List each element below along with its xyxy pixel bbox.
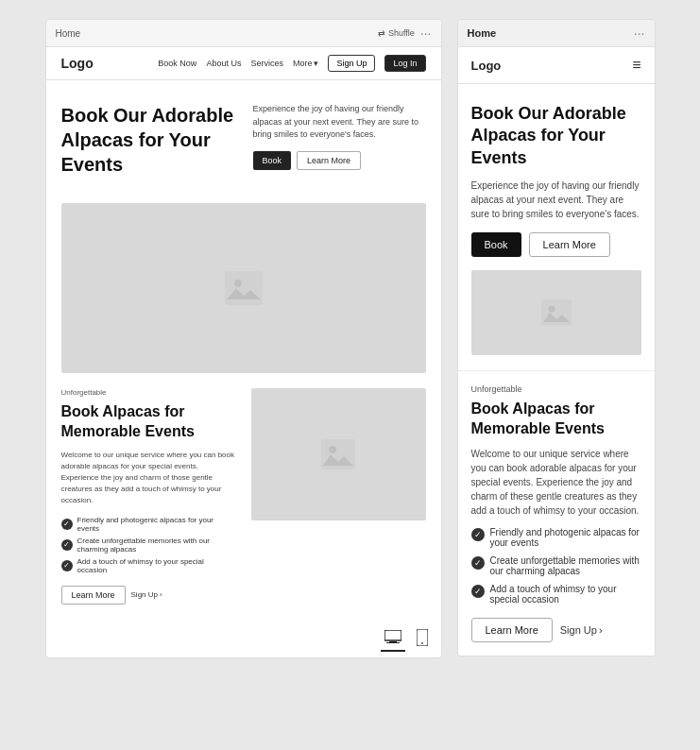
feature-check-icon-1: ✓ bbox=[61, 519, 73, 530]
mobile-feature-check-icon-1: ✓ bbox=[471, 528, 485, 541]
topbar-actions: ⇄ Shuffle ··· bbox=[378, 26, 432, 41]
mobile-learn-button[interactable]: Learn More bbox=[529, 232, 610, 257]
nav-book-now[interactable]: Book Now bbox=[158, 59, 196, 68]
mobile-feature-check-icon-3: ✓ bbox=[471, 585, 485, 598]
topbar-menu-button[interactable]: ··· bbox=[420, 26, 432, 41]
mobile-hero: Book Our Adorable Alpacas for Your Event… bbox=[458, 84, 655, 370]
desktop-feature-item: ✓ Friendly and photogenic alpacas for yo… bbox=[61, 516, 236, 533]
mobile-hero-image bbox=[471, 270, 641, 355]
mobile-feature-item: ✓ Add a touch of whimsy to your special … bbox=[471, 584, 641, 605]
mobile-frame: Home ··· Logo ≡ Book Our Adorable Alpaca… bbox=[457, 19, 656, 656]
desktop-section2-left: Unforgettable Book Alpacas for Memorable… bbox=[61, 388, 236, 605]
mobile-topbar: Home ··· bbox=[458, 20, 655, 47]
desktop-hero-desc: Experience the joy of having our friendl… bbox=[253, 103, 426, 142]
nav-links: Book Now About Us Services More ▾ Sign U… bbox=[158, 55, 425, 72]
desktop-hero-buttons: Book Learn More bbox=[253, 151, 426, 170]
desktop-book-button[interactable]: Book bbox=[253, 151, 292, 170]
desktop-section-signup-link[interactable]: Sign Up › bbox=[131, 590, 162, 599]
mobile-section-title: Book Alpacas for Memorable Events bbox=[471, 400, 641, 439]
svg-rect-6 bbox=[386, 642, 400, 643]
nav-more[interactable]: More ▾ bbox=[293, 59, 319, 68]
mobile-section-desc: Welcome to our unique service where you … bbox=[471, 447, 641, 518]
shuffle-button[interactable]: ⇄ Shuffle bbox=[378, 28, 415, 38]
desktop-frame: Home ⇄ Shuffle ··· Logo Book Now About U… bbox=[45, 19, 442, 658]
svg-point-1 bbox=[234, 280, 242, 287]
desktop-hero: Book Our Adorable Alpacas for Your Event… bbox=[46, 80, 441, 203]
feature-check-icon-3: ✓ bbox=[61, 560, 73, 571]
mobile-feature-item: ✓ Friendly and photogenic alpacas for yo… bbox=[471, 527, 641, 548]
chevron-right-icon: › bbox=[599, 624, 603, 636]
mobile-topbar-menu-button[interactable]: ··· bbox=[634, 26, 645, 41]
nav-login-button[interactable]: Log In bbox=[384, 55, 425, 72]
nav-services[interactable]: Services bbox=[250, 59, 283, 68]
desktop-feature-list: ✓ Friendly and photogenic alpacas for yo… bbox=[61, 516, 236, 574]
mobile-section2: Unforgettable Book Alpacas for Memorable… bbox=[458, 370, 655, 656]
shuffle-icon: ⇄ bbox=[378, 28, 385, 38]
desktop-feature-item: ✓ Create unforgettable memories with our… bbox=[61, 537, 236, 554]
desktop-section-desc: Welcome to our unique service where you … bbox=[61, 450, 236, 506]
desktop-topbar-title: Home bbox=[56, 28, 81, 39]
mobile-feature-list: ✓ Friendly and photogenic alpacas for yo… bbox=[471, 527, 641, 605]
svg-rect-0 bbox=[225, 271, 263, 305]
mobile-section-buttons: Learn More Sign Up › bbox=[471, 618, 641, 642]
mobile-book-button[interactable]: Book bbox=[471, 232, 521, 257]
svg-rect-4 bbox=[384, 630, 401, 640]
mobile-section-tag: Unforgettable bbox=[471, 384, 641, 394]
nav-signup-button[interactable]: Sign Up bbox=[328, 55, 375, 72]
desktop-topbar: Home ⇄ Shuffle ··· bbox=[46, 20, 441, 47]
desktop-hero-right: Experience the joy of having our friendl… bbox=[253, 103, 426, 170]
desktop-learn-button[interactable]: Learn More bbox=[297, 151, 361, 170]
svg-point-3 bbox=[329, 446, 336, 453]
desktop-section2-image bbox=[251, 388, 426, 520]
desktop-view-button[interactable] bbox=[381, 627, 405, 652]
nav-logo: Logo bbox=[61, 56, 94, 71]
desktop-section-learn-button[interactable]: Learn More bbox=[61, 586, 126, 605]
mobile-hero-desc: Experience the joy of having our friendl… bbox=[471, 179, 641, 221]
hamburger-menu-button[interactable]: ≡ bbox=[632, 57, 640, 74]
desktop-hero-left: Book Our Adorable Alpacas for Your Event… bbox=[61, 103, 234, 188]
mobile-topbar-title: Home bbox=[468, 27, 497, 39]
desktop-hero-image bbox=[61, 203, 426, 373]
svg-point-10 bbox=[548, 306, 555, 313]
chevron-down-icon: ▾ bbox=[314, 59, 318, 68]
desktop-nav: Logo Book Now About Us Services More ▾ S… bbox=[46, 47, 441, 80]
desktop-section-tag: Unforgettable bbox=[61, 388, 236, 397]
mobile-view-button[interactable] bbox=[413, 627, 432, 652]
mobile-nav-logo: Logo bbox=[471, 59, 502, 73]
mobile-feature-item: ✓ Create unforgettable memories with our… bbox=[471, 555, 641, 576]
chevron-right-icon: › bbox=[160, 590, 162, 599]
desktop-section-title: Book Alpacas for Memorable Events bbox=[61, 402, 236, 442]
desktop-hero-title: Book Our Adorable Alpacas for Your Event… bbox=[61, 103, 234, 177]
mobile-nav: Logo ≡ bbox=[458, 47, 655, 84]
feature-check-icon-2: ✓ bbox=[61, 539, 73, 551]
nav-about-us[interactable]: About Us bbox=[206, 59, 241, 68]
desktop-feature-item: ✓ Add a touch of whimsy to your special … bbox=[61, 557, 236, 574]
mobile-hero-buttons: Book Learn More bbox=[471, 232, 641, 257]
mobile-section-signup-link[interactable]: Sign Up › bbox=[560, 624, 603, 636]
desktop-section-buttons: Learn More Sign Up › bbox=[61, 586, 236, 605]
desktop-section2: Unforgettable Book Alpacas for Memorable… bbox=[46, 388, 441, 623]
mobile-section-learn-button[interactable]: Learn More bbox=[471, 618, 553, 642]
view-toggle bbox=[46, 623, 441, 657]
mobile-hero-title: Book Our Adorable Alpacas for Your Event… bbox=[471, 103, 641, 169]
svg-point-8 bbox=[421, 642, 423, 644]
mobile-feature-check-icon-2: ✓ bbox=[471, 556, 485, 570]
